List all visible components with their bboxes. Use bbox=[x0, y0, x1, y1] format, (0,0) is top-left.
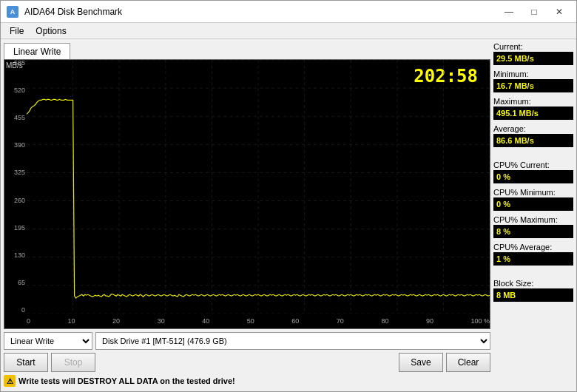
x-tick: 30 bbox=[158, 317, 165, 325]
controls-row: Linear Write Disk Drive #1 [MT-512] (476… bbox=[4, 332, 490, 350]
title-bar-buttons: — □ ✕ bbox=[498, 4, 570, 19]
action-buttons-row: Start Stop Save Clear bbox=[4, 353, 490, 372]
close-button[interactable]: ✕ bbox=[548, 4, 570, 19]
x-axis: 0 10 20 30 40 50 60 70 80 90 100 % bbox=[27, 314, 490, 328]
stat-minimum-label: Minimum: bbox=[493, 70, 573, 78]
y-tick-label: 260 bbox=[6, 197, 25, 204]
y-tick-label: 65 bbox=[6, 280, 25, 286]
stat-cpu-current-label: CPU% Current: bbox=[493, 160, 573, 169]
content-area: Linear Write 585 520 455 390 325 260 195… bbox=[1, 39, 576, 391]
stat-maximum: Maximum: 495.1 MB/s bbox=[493, 97, 573, 120]
stat-minimum: Minimum: 16.7 MB/s bbox=[493, 70, 573, 92]
app-icon: A bbox=[7, 6, 18, 18]
y-tick-label: 195 bbox=[6, 225, 25, 232]
menu-bar: File Options bbox=[1, 23, 576, 39]
x-tick: 50 bbox=[247, 317, 254, 325]
title-bar-left: A AIDA64 Disk Benchmark bbox=[7, 6, 122, 18]
stat-cpu-minimum: CPU% Minimum: 0 % bbox=[493, 188, 573, 211]
y-tick-label: 130 bbox=[6, 252, 25, 259]
warning-row: ⚠ Write tests will DESTROY ALL DATA on t… bbox=[4, 374, 490, 388]
stat-block-size-value: 8 MB bbox=[493, 288, 573, 302]
y-tick-label: 520 bbox=[6, 87, 25, 94]
y-axis-label: MB/s bbox=[6, 61, 23, 70]
x-tick: 10 bbox=[68, 317, 75, 325]
left-panel: Linear Write 585 520 455 390 325 260 195… bbox=[4, 42, 490, 388]
x-tick: 80 bbox=[381, 317, 388, 325]
stop-button[interactable]: Stop bbox=[51, 353, 95, 372]
start-button[interactable]: Start bbox=[4, 353, 48, 372]
y-tick-label: 390 bbox=[6, 142, 25, 149]
x-tick: 60 bbox=[291, 317, 299, 325]
stat-cpu-current: CPU% Current: 0 % bbox=[493, 160, 573, 183]
maximize-button[interactable]: □ bbox=[523, 4, 545, 19]
stat-average: Average: 86.6 MB/s bbox=[493, 124, 573, 147]
x-tick: 20 bbox=[112, 317, 120, 325]
y-tick-label: 0 bbox=[6, 307, 25, 314]
y-tick-label: 455 bbox=[6, 115, 25, 121]
chart-container: 585 520 455 390 325 260 195 130 65 0 MB/… bbox=[4, 59, 490, 329]
stat-cpu-maximum: CPU% Maximum: 8 % bbox=[493, 215, 573, 238]
x-tick: 90 bbox=[426, 317, 433, 325]
stat-cpu-average-label: CPU% Average: bbox=[493, 243, 573, 251]
minimize-button[interactable]: — bbox=[498, 4, 520, 19]
stat-current-label: Current: bbox=[493, 42, 573, 51]
menu-options[interactable]: Options bbox=[30, 24, 72, 38]
stat-cpu-maximum-label: CPU% Maximum: bbox=[493, 215, 573, 224]
stat-cpu-minimum-value: 0 % bbox=[493, 197, 573, 211]
stat-cpu-maximum-value: 8 % bbox=[493, 225, 573, 238]
x-tick: 70 bbox=[337, 317, 344, 325]
x-tick: 40 bbox=[202, 317, 209, 325]
disk-dropdown[interactable]: Disk Drive #1 [MT-512] (476.9 GB) bbox=[95, 332, 490, 350]
stat-block-size-label: Block Size: bbox=[493, 279, 573, 288]
menu-file[interactable]: File bbox=[4, 24, 30, 38]
tab-bar: Linear Write bbox=[4, 42, 490, 59]
chart-canvas bbox=[27, 60, 490, 314]
y-tick-label: 325 bbox=[6, 169, 25, 176]
stat-minimum-value: 16.7 MB/s bbox=[493, 79, 573, 92]
stat-current-value: 29.5 MB/s bbox=[493, 52, 573, 65]
title-bar: A AIDA64 Disk Benchmark — □ ✕ bbox=[1, 1, 576, 23]
x-tick: 100 % bbox=[470, 317, 490, 325]
stat-cpu-average: CPU% Average: 1 % bbox=[493, 243, 573, 266]
stat-cpu-current-value: 0 % bbox=[493, 170, 573, 183]
right-panel: Current: 29.5 MB/s Minimum: 16.7 MB/s Ma… bbox=[493, 42, 573, 388]
y-axis: 585 520 455 390 325 260 195 130 65 0 bbox=[4, 60, 27, 314]
stat-maximum-value: 495.1 MB/s bbox=[493, 107, 573, 120]
window-title: AIDA64 Disk Benchmark bbox=[24, 7, 122, 17]
stat-cpu-minimum-label: CPU% Minimum: bbox=[493, 188, 573, 197]
stat-average-value: 86.6 MB/s bbox=[493, 134, 573, 147]
main-window: A AIDA64 Disk Benchmark — □ ✕ File Optio… bbox=[0, 0, 577, 392]
stat-current: Current: 29.5 MB/s bbox=[493, 42, 573, 65]
save-button[interactable]: Save bbox=[399, 353, 443, 372]
tab-linear-write[interactable]: Linear Write bbox=[4, 43, 70, 60]
mode-dropdown[interactable]: Linear Write bbox=[4, 332, 92, 350]
warning-icon: ⚠ bbox=[4, 375, 16, 387]
clear-button[interactable]: Clear bbox=[446, 353, 490, 372]
stat-block-size: Block Size: 8 MB bbox=[493, 279, 573, 302]
chart-svg bbox=[27, 60, 490, 314]
stat-cpu-average-value: 1 % bbox=[493, 252, 573, 266]
warning-text: Write tests will DESTROY ALL DATA on the… bbox=[18, 376, 235, 385]
stat-average-label: Average: bbox=[493, 124, 573, 133]
x-tick: 0 bbox=[27, 317, 30, 325]
stat-maximum-label: Maximum: bbox=[493, 97, 573, 106]
